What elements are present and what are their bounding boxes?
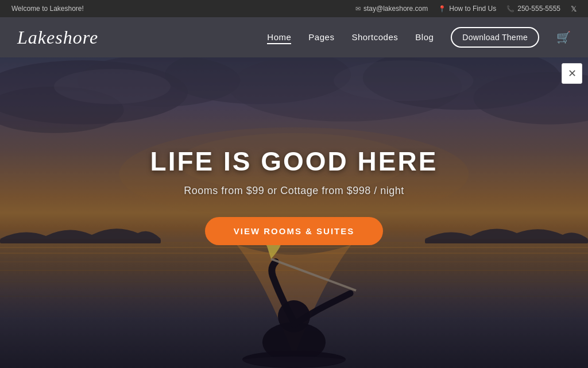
nav-link-blog[interactable]: Blog bbox=[415, 32, 434, 42]
nav-item-blog[interactable]: Blog bbox=[415, 32, 434, 42]
hero-section: LIFE IS GOOD HERE Rooms from $99 or Cott… bbox=[0, 57, 588, 368]
welcome-text: Welcome to Lakeshore! bbox=[11, 5, 84, 13]
nav-link-home[interactable]: Home bbox=[267, 32, 291, 44]
download-theme-button[interactable]: Download Theme bbox=[451, 27, 539, 48]
nav-item-pages[interactable]: Pages bbox=[308, 32, 334, 42]
cart-icon[interactable]: 🛒 bbox=[556, 31, 571, 44]
hero-title: LIFE IS GOOD HERE bbox=[150, 146, 438, 177]
nav-links: Home Pages Shortcodes Blog Download Them… bbox=[267, 27, 571, 48]
cta-button[interactable]: VIEW ROOMS & SUITES bbox=[205, 217, 384, 245]
phone-icon: 📞 bbox=[506, 5, 514, 13]
nav-link-pages[interactable]: Pages bbox=[308, 32, 334, 42]
top-bar-welcome: Welcome to Lakeshore! bbox=[11, 5, 84, 13]
email-icon: ✉ bbox=[355, 5, 361, 13]
top-bar-right: ✉ stay@lakeshore.com 📍 How to Find Us 📞 … bbox=[355, 5, 577, 13]
top-bar: Welcome to Lakeshore! ✉ stay@lakeshore.c… bbox=[0, 0, 588, 17]
nav-item-shortcodes[interactable]: Shortcodes bbox=[351, 32, 398, 42]
phone-link[interactable]: 📞 250-555-5555 bbox=[506, 5, 560, 13]
logo[interactable]: Lakeshore bbox=[17, 27, 98, 48]
hero-content: LIFE IS GOOD HERE Rooms from $99 or Cott… bbox=[150, 146, 438, 245]
cart-item[interactable]: 🛒 bbox=[556, 30, 571, 44]
navbar: Lakeshore Home Pages Shortcodes Blog Dow… bbox=[0, 17, 588, 57]
location-icon: 📍 bbox=[438, 5, 446, 13]
phone-text: 250-555-5555 bbox=[517, 5, 560, 13]
svg-rect-12 bbox=[425, 239, 588, 243]
twitter-icon: 𝕏 bbox=[571, 5, 577, 13]
location-link[interactable]: 📍 How to Find Us bbox=[438, 5, 496, 13]
download-button-wrap: Download Theme bbox=[451, 27, 539, 48]
email-text: stay@lakeshore.com bbox=[363, 5, 428, 13]
hero-subtitle: Rooms from $99 or Cottage from $998 / ni… bbox=[150, 185, 438, 197]
nav-item-home[interactable]: Home bbox=[267, 32, 291, 42]
how-to-find-text: How to Find Us bbox=[449, 5, 496, 13]
email-link[interactable]: ✉ stay@lakeshore.com bbox=[355, 5, 428, 13]
close-button[interactable]: ✕ bbox=[562, 63, 582, 84]
svg-rect-11 bbox=[0, 239, 161, 243]
close-icon: ✕ bbox=[568, 67, 577, 80]
nav-link-shortcodes[interactable]: Shortcodes bbox=[351, 32, 398, 42]
twitter-link[interactable]: 𝕏 bbox=[571, 5, 577, 13]
